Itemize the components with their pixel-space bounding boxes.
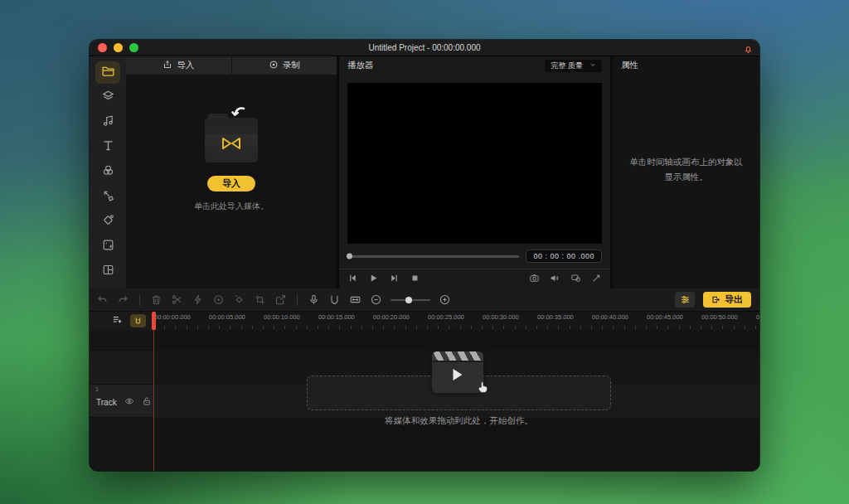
ruler-timestamp: 00:00:10.000 (264, 313, 318, 321)
mirror-display-icon[interactable] (570, 272, 581, 287)
player-progress-row: 00 : 00 : 00 .000 (347, 249, 602, 264)
expand-icon[interactable] (591, 272, 602, 287)
step-forward-icon[interactable] (389, 272, 400, 287)
playhead-handle[interactable] (152, 312, 156, 330)
media-panel: 导入 录制 (126, 56, 337, 288)
player-video-canvas (347, 83, 602, 244)
export-icon (711, 295, 720, 304)
player-header: 播放器 完整 质量 (339, 56, 610, 75)
zoom-out-icon[interactable] (370, 293, 382, 306)
speed-bolt-icon[interactable] (192, 293, 204, 306)
sidebar-item-text[interactable] (95, 136, 120, 158)
microphone-icon[interactable] (308, 293, 320, 306)
import-arrow-icon (230, 107, 246, 124)
properties-panel: 属性 单击时间轴或画布上的对象以显示属性。 (613, 56, 759, 288)
sidebar-item-effects[interactable] (95, 186, 120, 208)
quality-dropdown[interactable]: 完整 质量 (545, 60, 602, 72)
ruler-timestamp: 00:00:05.000 (209, 313, 264, 321)
adjust-sliders-icon[interactable] (675, 292, 695, 308)
import-button[interactable]: 导入 (207, 176, 255, 191)
auto-ripple-icon[interactable] (349, 293, 361, 306)
edit-export-icon[interactable] (274, 293, 287, 306)
zoom-slider[interactable] (391, 299, 430, 301)
add-track-icon[interactable] (112, 313, 123, 328)
ruler-labels: 00:00:00.00000:00:05.00000:00:10.00000:0… (154, 313, 759, 321)
text-icon (101, 138, 115, 156)
playhead[interactable] (152, 312, 156, 471)
ruler-ticks (153, 326, 759, 329)
add-box-icon (101, 238, 115, 255)
sidebar-item-filters[interactable] (95, 161, 120, 183)
window-titlebar: Untitled Project - 00:00:00.000 (90, 40, 759, 56)
timeline-ruler[interactable]: 00:00:00.00000:00:05.00000:00:10.00000:0… (153, 312, 759, 330)
step-back-icon[interactable] (347, 272, 358, 287)
ruler-timestamp: 00:00:20.000 (373, 313, 428, 321)
seek-bar[interactable] (347, 255, 519, 258)
overlap-circles-icon (101, 163, 115, 181)
redo-icon[interactable] (117, 293, 129, 306)
timeline-tracks-area: 1 Track 将媒体和效果拖动到 (90, 330, 759, 471)
export-button[interactable]: 导出 (703, 292, 751, 308)
ruler-timestamp: 00:00:30.000 (483, 313, 537, 321)
keyframe-circle-icon[interactable] (212, 293, 225, 306)
zoom-in-icon[interactable] (439, 293, 451, 306)
undo-icon[interactable] (96, 293, 109, 306)
import-icon (163, 60, 172, 71)
stop-icon[interactable] (410, 272, 420, 287)
play-icon[interactable] (368, 272, 379, 287)
sidebar (90, 56, 126, 288)
sidebar-item-media[interactable] (95, 61, 120, 84)
import-hint: 单击此处导入媒体。 (194, 201, 269, 212)
ruler-timestamp: 00:00:45.000 (647, 313, 701, 321)
tab-record-label: 录制 (283, 60, 300, 71)
toolbar-divider (139, 294, 140, 306)
sidebar-item-layers[interactable] (95, 86, 120, 109)
ruler-timestamp: 00:00:50.000 (701, 313, 756, 321)
playhead-line (153, 330, 155, 471)
layers-icon (101, 89, 115, 106)
ruler-timestamp: 00:00:40.000 (592, 313, 647, 321)
player-panel: 播放器 完整 质量 00 : 00 : 00 .000 (339, 56, 610, 288)
player-title: 播放器 (347, 60, 374, 71)
properties-title: 属性 (613, 56, 759, 75)
track-header[interactable]: 1 Track (90, 385, 153, 418)
lock-icon[interactable] (142, 395, 152, 410)
sidebar-item-audio[interactable] (95, 111, 120, 133)
eye-icon[interactable] (124, 395, 134, 410)
chevron-down-icon (589, 61, 596, 70)
view-controls (529, 272, 602, 287)
snapshot-camera-icon[interactable] (529, 272, 540, 287)
ruler-timestamp: 00:00:00.000 (154, 313, 209, 321)
snap-magnet-icon[interactable] (130, 314, 146, 327)
track-header-column: 1 Track (90, 330, 153, 471)
tab-import[interactable]: 导入 (126, 56, 231, 75)
split-screen-icon (101, 263, 115, 280)
marker-icon[interactable] (328, 293, 341, 306)
player-controls (339, 269, 610, 288)
track-number: 1 (95, 386, 99, 392)
trash-icon[interactable] (150, 293, 163, 306)
track-label: Track (96, 398, 117, 407)
main-area: 导入 录制 (90, 56, 759, 288)
clapperboard-icon (432, 351, 483, 393)
timeline-section: 导出 00:00:00.00000:00:05.00000:00:10.0000… (90, 288, 759, 471)
toolbar-divider (297, 294, 298, 306)
sidebar-item-plugins[interactable] (95, 235, 120, 258)
folder-icon (101, 64, 115, 81)
timeline-drop-hint: 将媒体和效果拖动到此处，开始创作。 (307, 415, 611, 427)
element-diamond-icon (101, 213, 115, 230)
tab-import-label: 导入 (177, 60, 194, 71)
tab-record[interactable]: 录制 (231, 56, 337, 75)
crop-icon[interactable] (254, 293, 266, 306)
split-scissors-icon[interactable] (171, 293, 183, 306)
notification-icon[interactable] (744, 42, 753, 57)
filmora-bowtie-icon (221, 136, 242, 154)
keyframe-diamond-icon[interactable] (233, 293, 245, 306)
volume-icon[interactable] (550, 272, 560, 287)
sidebar-item-elements[interactable] (95, 211, 120, 233)
seek-knob[interactable] (347, 254, 352, 259)
zoom-slider-knob[interactable] (405, 297, 412, 303)
properties-hint: 单击时间轴或画布上的对象以显示属性。 (628, 154, 745, 185)
import-dropzone[interactable]: 导入 单击此处导入媒体。 (126, 75, 337, 288)
sidebar-item-split-screen[interactable] (95, 260, 120, 283)
